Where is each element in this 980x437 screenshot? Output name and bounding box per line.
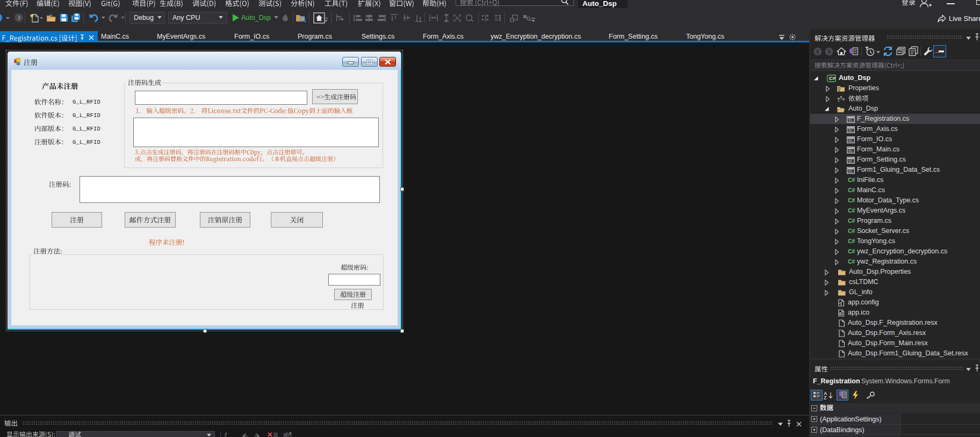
svg-text:Z: Z <box>824 395 827 400</box>
